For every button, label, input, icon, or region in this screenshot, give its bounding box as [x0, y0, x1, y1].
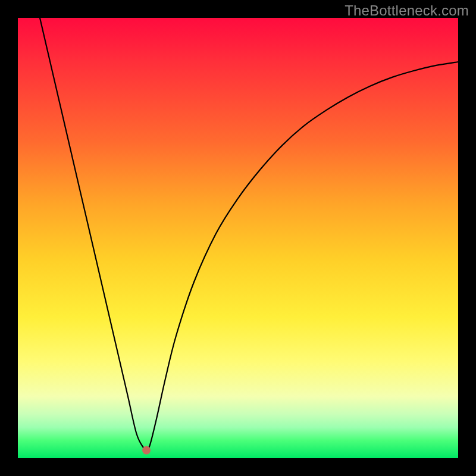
plot-area — [18, 18, 458, 458]
chart-frame: TheBottleneck.com — [0, 0, 476, 476]
curve-right-branch — [146, 62, 458, 450]
watermark: TheBottleneck.com — [345, 2, 469, 19]
curve-left-branch — [40, 18, 146, 451]
curve-layer — [18, 18, 458, 458]
minimum-marker — [142, 446, 151, 455]
